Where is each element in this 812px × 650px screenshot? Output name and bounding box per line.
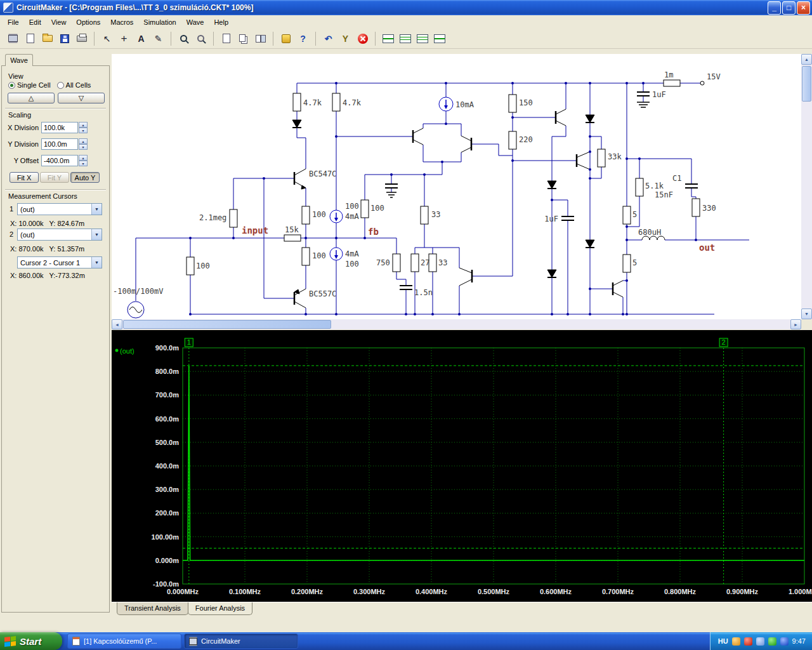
zoom-in-button[interactable]	[176, 30, 192, 46]
chevron-down-icon[interactable]: ▼	[91, 229, 102, 240]
y-offset-input[interactable]: -400.0m	[41, 155, 78, 166]
menu-wave[interactable]: Wave	[181, 17, 209, 28]
language-indicator[interactable]: HU	[718, 637, 728, 645]
place-part-button[interactable]: +	[116, 30, 132, 46]
waveform-plot[interactable]: 1 2 (out) 900.0m 800.0m 700.0m 600.0m 50…	[112, 330, 812, 602]
wire-tool-button[interactable]: Y	[337, 30, 353, 46]
scope-window-button-3[interactable]	[414, 30, 430, 46]
undo-button[interactable]: ↶	[320, 30, 336, 46]
scope-window-button-1[interactable]	[380, 30, 396, 46]
horizontal-scroll-thumb[interactable]	[123, 320, 331, 329]
fit-y-button[interactable]: Fit Y	[40, 172, 69, 183]
text-tool-button[interactable]: A	[133, 30, 149, 46]
cursor-markers[interactable]: 1 2	[185, 338, 728, 347]
print-button[interactable]	[74, 30, 89, 46]
spin-down-button[interactable]: ▾	[79, 144, 88, 150]
tray-icon-2[interactable]	[744, 637, 752, 646]
component-label: 100	[312, 210, 326, 219]
draw-tool-button[interactable]: ✎	[150, 30, 166, 46]
copy-button[interactable]	[235, 30, 251, 46]
radio-single-cell[interactable]: Single Cell	[8, 81, 51, 89]
move-wave-down-button[interactable]: ▽	[58, 93, 105, 103]
scroll-up-button[interactable]: ▲	[801, 54, 812, 65]
cursor-diff-select[interactable]: Cursor 2 - Cursor 1 ▼	[17, 256, 102, 269]
component-label: 150	[519, 98, 533, 107]
scroll-left-button[interactable]: ◄	[112, 319, 122, 329]
chevron-down-icon[interactable]: ▼	[91, 257, 102, 268]
chevron-down-icon[interactable]: ▼	[91, 204, 102, 215]
menu-view[interactable]: View	[46, 17, 72, 28]
radio-all-cells[interactable]: All Cells	[57, 81, 91, 89]
probe-tool-button[interactable]	[278, 30, 294, 46]
print-icon	[77, 36, 87, 42]
y-offset-label: Y Offset	[4, 157, 39, 164]
y-division-input[interactable]: 100.0m	[41, 138, 78, 150]
maximize-button[interactable]: □	[782, 1, 796, 15]
x-tick: 0.900MHz	[726, 588, 759, 595]
auto-y-button[interactable]: Auto Y	[70, 172, 100, 183]
cursor1-signal-select[interactable]: (out) ▼	[17, 203, 102, 215]
triangle-down-icon: ▽	[79, 94, 84, 102]
tray-icon-4[interactable]	[780, 637, 789, 646]
save-button[interactable]	[56, 30, 72, 46]
y-tick: 300.0m	[155, 486, 180, 493]
window-title: CircuitMaker - [C:\Program Files\...\TT …	[16, 3, 766, 12]
new-file-button[interactable]	[22, 30, 38, 46]
save-icon	[60, 34, 69, 43]
tray-icon-3[interactable]	[768, 637, 776, 646]
select-tool-button[interactable]: ↖	[99, 30, 115, 46]
x-tick: 0.800MHz	[664, 588, 697, 595]
volume-icon[interactable]	[756, 637, 764, 646]
taskbar-task-circuitmaker[interactable]: CircuitMaker	[184, 633, 298, 649]
open-file-button[interactable]	[39, 30, 55, 46]
x-tick: 0.700MHz	[602, 588, 634, 595]
toolbar-separator	[315, 32, 316, 46]
spin-up-button[interactable]: ▴	[79, 155, 88, 161]
vertical-scroll-thumb[interactable]	[802, 66, 811, 102]
spin-down-button[interactable]: ▾	[79, 128, 88, 133]
help-button[interactable]: ?	[295, 30, 311, 46]
tab-transient-analysis[interactable]: Transient Analysis	[117, 602, 188, 615]
spin-up-button[interactable]: ▴	[79, 138, 88, 144]
start-button[interactable]: Start	[0, 632, 62, 650]
component-label: 100	[196, 262, 210, 270]
stop-simulation-button[interactable]	[355, 30, 370, 46]
taskbar-task-document[interactable]: [1] Kapcsolóüzemű (P...	[67, 633, 181, 649]
menu-edit[interactable]: Edit	[24, 17, 46, 28]
scope-window-button-2[interactable]	[397, 30, 413, 46]
zoom-in-icon	[180, 35, 187, 42]
horizontal-scrollbar[interactable]: ◄ ►	[112, 319, 801, 329]
menu-macros[interactable]: Macros	[105, 17, 138, 28]
spin-up-button[interactable]: ▴	[79, 122, 88, 128]
find-button[interactable]	[218, 30, 234, 46]
cursor2-signal-select[interactable]: (out) ▼	[17, 229, 102, 241]
menu-simulation[interactable]: Simulation	[138, 17, 181, 28]
component-label: 33k	[608, 152, 622, 161]
tab-fourier-analysis[interactable]: Fourier Analysis	[188, 602, 252, 615]
y-tick: 800.0m	[155, 368, 180, 375]
tab-wave[interactable]: Wave	[5, 54, 33, 66]
scope-window-button-4[interactable]	[431, 30, 447, 46]
close-button[interactable]: ×	[797, 1, 810, 15]
part-browser-button[interactable]	[5, 30, 21, 46]
analysis-tab-strip: Transient Analysis Fourier Analysis	[112, 602, 812, 618]
vertical-scrollbar[interactable]: ▲ ▼	[801, 54, 812, 319]
schematic-canvas[interactable]: 4.7k 4.7k 10mA 150 220 33k 1uF 1m 15V BC…	[112, 54, 801, 319]
scroll-right-button[interactable]: ►	[790, 319, 801, 329]
menu-options[interactable]: Options	[71, 17, 105, 28]
scroll-down-button[interactable]: ▼	[801, 308, 812, 319]
move-wave-up-button[interactable]: △	[8, 93, 55, 103]
menu-help[interactable]: Help	[209, 17, 233, 28]
x-division-label: X Division	[4, 124, 39, 131]
y-tick: 600.0m	[155, 415, 180, 423]
zoom-tool-button[interactable]	[193, 30, 209, 46]
split-view-button[interactable]	[252, 30, 268, 46]
y-tick: 500.0m	[155, 439, 180, 446]
x-division-input[interactable]: 100.0k	[41, 122, 78, 133]
menu-file[interactable]: File	[3, 17, 24, 28]
fit-x-button[interactable]: Fit X	[10, 172, 39, 183]
component-label: 100	[312, 251, 326, 260]
spin-down-button[interactable]: ▾	[79, 161, 88, 166]
tray-icon-1[interactable]	[732, 637, 740, 646]
minimize-button[interactable]: _	[768, 1, 781, 15]
